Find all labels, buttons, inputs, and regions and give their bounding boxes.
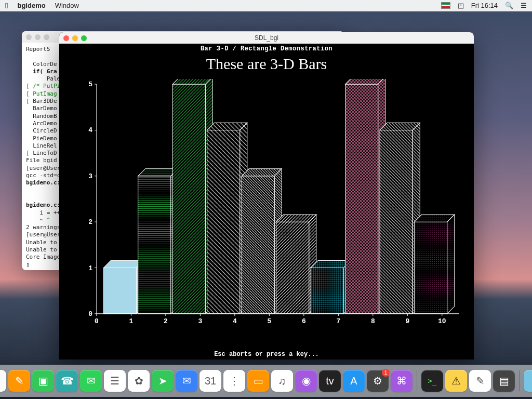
dock-appstore-icon[interactable]: A xyxy=(343,370,365,392)
window-menu[interactable]: Window xyxy=(55,2,79,9)
dock-music-icon[interactable]: ♫ xyxy=(271,370,293,392)
dock-notes-icon[interactable]: ✎ xyxy=(8,370,30,392)
svg-text:2: 2 xyxy=(164,317,168,325)
svg-text:2: 2 xyxy=(88,218,92,226)
svg-text:5: 5 xyxy=(88,81,92,88)
dock-mail-icon[interactable]: ✉ xyxy=(176,370,197,392)
svg-text:0: 0 xyxy=(95,317,99,325)
svg-text:3: 3 xyxy=(198,317,202,325)
dock-safari-icon[interactable]: ✧ xyxy=(0,370,6,392)
sdl-titlebar[interactable]: SDL_bgi xyxy=(59,32,474,44)
svg-marker-33 xyxy=(242,176,274,314)
svg-marker-39 xyxy=(311,268,343,314)
dock: ☺✦✧✎▣☎✉☰✿➤✉31⋮▭♫◉tvA⚙1⌘ >_⚠✎▤ ⬇▢🗑 xyxy=(0,365,532,397)
svg-text:6: 6 xyxy=(302,317,306,325)
input-source-flag-icon[interactable] xyxy=(441,2,450,9)
chart-title: These are 3-D Bars xyxy=(59,55,474,73)
dock-separator xyxy=(417,370,417,391)
zoom-icon[interactable] xyxy=(81,35,87,41)
dock-console-icon[interactable]: ▤ xyxy=(493,370,515,392)
dock-reminders-icon[interactable]: ☰ xyxy=(104,370,126,392)
svg-text:10: 10 xyxy=(438,317,446,325)
dock-tv-icon[interactable]: tv xyxy=(319,370,341,392)
svg-text:3: 3 xyxy=(88,172,92,180)
control-center-icon[interactable]: ☰ xyxy=(521,2,527,9)
dock-contacts-icon[interactable]: ☎ xyxy=(56,370,78,392)
svg-marker-24 xyxy=(138,176,171,314)
clock[interactable]: Fri 16:14 xyxy=(471,2,498,9)
dock-facetime-icon[interactable]: ▣ xyxy=(32,370,54,392)
svg-marker-36 xyxy=(276,222,309,314)
svg-marker-30 xyxy=(207,130,240,313)
svg-text:1: 1 xyxy=(88,264,92,272)
dock-separator xyxy=(519,370,520,391)
svg-text:7: 7 xyxy=(336,317,340,325)
dock-textedit-icon[interactable]: ✎ xyxy=(469,370,491,392)
display-icon[interactable]: ◰ xyxy=(458,2,464,9)
svg-text:0: 0 xyxy=(88,310,92,318)
svg-text:8: 8 xyxy=(371,317,375,325)
dock-terminal-icon[interactable]: >_ xyxy=(421,370,443,392)
minimize-icon[interactable] xyxy=(35,34,41,40)
svg-text:4: 4 xyxy=(88,126,92,134)
menubar:  bgidemo Window ◰ Fri 16:14 🔍 ☰ xyxy=(0,0,532,11)
dock-shortcuts-icon[interactable]: ⌘ xyxy=(391,370,413,392)
svg-marker-21 xyxy=(103,268,136,314)
window-title: SDL_bgi xyxy=(255,34,278,42)
sdl-canvas: Bar 3-D / Rectangle Demonstration These … xyxy=(59,44,474,360)
svg-text:5: 5 xyxy=(267,317,271,325)
demo-banner-bottom: Esc aborts or press a key... xyxy=(59,349,474,360)
svg-marker-45 xyxy=(380,130,413,313)
bar-chart: 012345012345678910 xyxy=(81,79,464,329)
dock-messages-icon[interactable]: ✉ xyxy=(80,370,102,392)
close-icon[interactable] xyxy=(63,35,69,41)
dock-podcasts-icon[interactable]: ◉ xyxy=(295,370,317,392)
svg-marker-48 xyxy=(415,222,447,314)
dock-downloads-icon[interactable]: ⬇ xyxy=(524,370,532,392)
dock-settings-icon[interactable]: ⚙1 xyxy=(367,370,389,392)
dock-calendar-icon[interactable]: 31 xyxy=(200,370,221,392)
app-menu[interactable]: bgidemo xyxy=(17,2,45,9)
svg-text:9: 9 xyxy=(405,317,409,325)
minimize-icon[interactable] xyxy=(72,35,78,41)
close-icon[interactable] xyxy=(26,34,32,40)
dock-maps-icon[interactable]: ➤ xyxy=(152,370,174,392)
svg-text:4: 4 xyxy=(233,317,237,325)
dock-photos-icon[interactable]: ✿ xyxy=(128,370,150,392)
dock-reminders2-icon[interactable]: ⋮ xyxy=(223,370,245,392)
spotlight-icon[interactable]: 🔍 xyxy=(505,2,513,9)
sdl-window[interactable]: SDL_bgi Bar 3-D / Rectangle Demonstratio… xyxy=(59,32,474,360)
dock-books-icon[interactable]: ▭ xyxy=(247,370,269,392)
svg-marker-42 xyxy=(345,84,378,314)
demo-banner-top: Bar 3-D / Rectangle Demonstration xyxy=(59,44,474,54)
zoom-icon[interactable] xyxy=(44,34,49,40)
apple-menu-icon[interactable]:  xyxy=(5,1,8,10)
svg-marker-50 xyxy=(447,215,455,314)
svg-text:1: 1 xyxy=(129,317,134,325)
dock-activity-icon[interactable]: ⚠ xyxy=(445,370,467,392)
svg-marker-27 xyxy=(172,84,205,314)
